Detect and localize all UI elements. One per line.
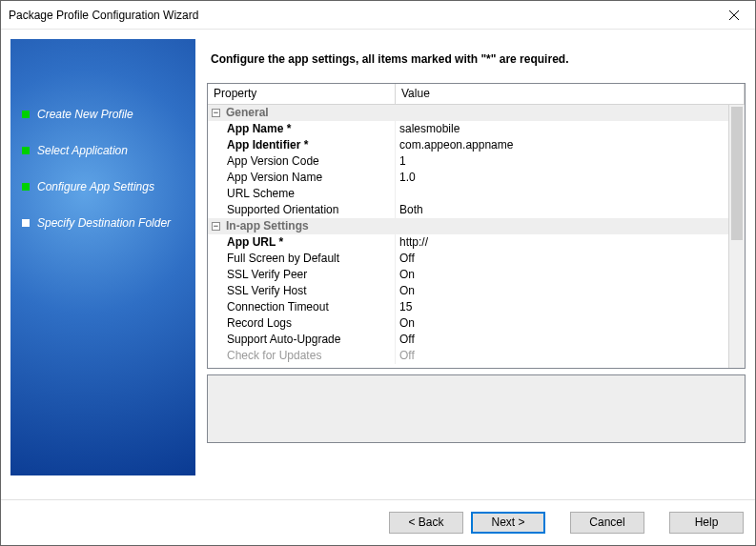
property-row[interactable]: Connection Timeout15: [208, 299, 728, 315]
property-row[interactable]: Full Screen by DefaultOff: [208, 251, 728, 267]
property-value[interactable]: com.appeon.appname: [396, 137, 728, 153]
back-button[interactable]: < Back: [389, 512, 463, 534]
group-label-text: In-app Settings: [226, 218, 309, 234]
next-button[interactable]: Next >: [471, 512, 545, 534]
property-row[interactable]: Check for UpdatesOff: [208, 348, 728, 364]
property-row[interactable]: App Name *salesmobile: [208, 121, 728, 137]
step-configure-app-settings: Configure App Settings: [10, 169, 195, 205]
help-button[interactable]: Help: [669, 512, 744, 534]
instruction-text: Configure the app settings, all items ma…: [207, 39, 746, 83]
property-name: Record Logs: [208, 315, 396, 332]
step-label: Configure App Settings: [37, 180, 154, 193]
property-name: Check for Updates: [208, 348, 396, 364]
step-done-icon: [22, 183, 30, 191]
property-value[interactable]: 1: [396, 153, 728, 170]
column-header-value[interactable]: Value: [396, 84, 745, 104]
property-name: App Version Code: [208, 153, 396, 170]
property-name: Full Screen by Default: [208, 251, 396, 267]
property-name: App URL *: [208, 234, 396, 251]
cancel-button[interactable]: Cancel: [570, 512, 644, 534]
grid-rows: −GeneralApp Name *salesmobileApp Identif…: [208, 105, 728, 368]
group-label: −General: [208, 105, 396, 121]
grid-header: Property Value: [208, 84, 745, 105]
grid-body: −GeneralApp Name *salesmobileApp Identif…: [208, 105, 745, 368]
close-icon: [729, 10, 739, 20]
group-label-text: General: [226, 105, 269, 121]
property-value[interactable]: On: [396, 267, 728, 283]
property-name: SSL Verify Host: [208, 283, 396, 299]
property-value[interactable]: salesmobile: [396, 121, 728, 137]
property-name: URL Scheme: [208, 186, 396, 202]
property-row[interactable]: SSL Verify HostOn: [208, 283, 728, 299]
wizard-window: Package Profile Configuration Wizard Cre…: [0, 0, 756, 546]
group-row[interactable]: −In-app Settings: [208, 218, 728, 234]
property-value[interactable]: 1.0: [396, 170, 728, 186]
scrollbar-thumb[interactable]: [731, 107, 743, 240]
property-row[interactable]: App URL *http://: [208, 234, 728, 251]
property-row[interactable]: Support Auto-UpgradeOff: [208, 332, 728, 348]
property-name: App Version Name: [208, 170, 396, 186]
property-value[interactable]: [396, 186, 728, 202]
main-panel: Configure the app settings, all items ma…: [195, 39, 746, 490]
property-value[interactable]: Off: [396, 332, 728, 348]
step-pending-icon: [22, 219, 30, 227]
group-label: −In-app Settings: [208, 218, 396, 234]
property-row[interactable]: Record LogsOn: [208, 315, 728, 332]
property-name: Connection Timeout: [208, 299, 396, 315]
title-bar: Package Profile Configuration Wizard: [1, 1, 755, 30]
property-row[interactable]: App Identifier *com.appeon.appname: [208, 137, 728, 153]
property-name: App Identifier *: [208, 137, 396, 153]
property-value[interactable]: On: [396, 315, 728, 332]
property-value[interactable]: http://: [396, 234, 728, 251]
property-row[interactable]: Supported OrientationBoth: [208, 202, 728, 218]
close-button[interactable]: [712, 1, 755, 29]
vertical-scrollbar[interactable]: [728, 105, 745, 368]
step-done-icon: [22, 111, 30, 118]
column-header-property[interactable]: Property: [208, 84, 396, 104]
wizard-sidebar: Create New Profile Select Application Co…: [10, 39, 195, 475]
wizard-footer: < Back Next > Cancel Help: [1, 499, 755, 545]
property-name: Support Auto-Upgrade: [208, 332, 396, 348]
step-done-icon: [22, 147, 30, 154]
step-select-application: Select Application: [10, 132, 195, 169]
property-value[interactable]: Off: [396, 348, 728, 364]
group-value: [396, 218, 728, 234]
property-row[interactable]: SSL Verify PeerOn: [208, 267, 728, 283]
property-value[interactable]: On: [396, 283, 728, 299]
collapse-icon[interactable]: −: [212, 109, 220, 117]
property-value[interactable]: Both: [396, 202, 728, 218]
body-area: Create New Profile Select Application Co…: [1, 30, 755, 499]
property-value[interactable]: Off: [396, 251, 728, 267]
property-name: Supported Orientation: [208, 202, 396, 218]
group-row[interactable]: −General: [208, 105, 728, 121]
step-create-new-profile: Create New Profile: [10, 96, 195, 132]
step-label: Specify Destination Folder: [37, 216, 171, 230]
step-label: Select Application: [37, 144, 128, 157]
description-panel: [207, 374, 746, 443]
property-name: App Name *: [208, 121, 396, 137]
property-row[interactable]: App Version Name1.0: [208, 170, 728, 186]
property-row[interactable]: URL Scheme: [208, 186, 728, 202]
property-name: SSL Verify Peer: [208, 267, 396, 283]
property-grid: Property Value −GeneralApp Name *salesmo…: [207, 83, 746, 369]
window-title: Package Profile Configuration Wizard: [9, 9, 712, 22]
property-row[interactable]: App Version Code1: [208, 153, 728, 170]
group-value: [396, 105, 728, 121]
collapse-icon[interactable]: −: [212, 222, 220, 231]
step-label: Create New Profile: [37, 108, 133, 121]
step-specify-destination-folder: Specify Destination Folder: [10, 205, 195, 241]
property-value[interactable]: 15: [396, 299, 728, 315]
